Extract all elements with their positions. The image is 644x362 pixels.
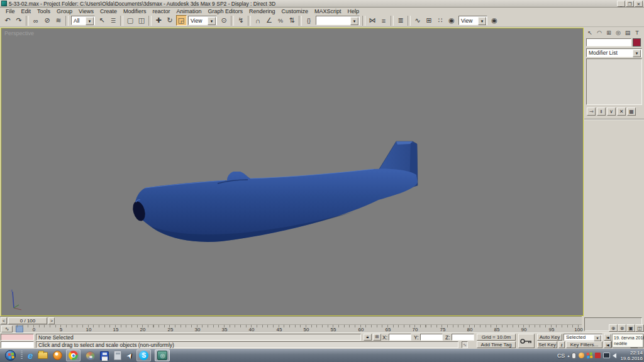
unlink-selection-icon[interactable]: ⊘ [42,15,53,26]
menu-help[interactable]: Help [345,8,363,14]
undo-icon[interactable]: ↶ [3,15,13,26]
render-view-dropdown[interactable]: View [458,16,487,25]
minimize-button[interactable]: _ [617,1,625,7]
menu-tools[interactable]: Tools [34,8,53,14]
layer-manager-icon[interactable]: ≣ [396,15,406,26]
make-unique-button[interactable]: ∨ [607,107,616,116]
menu-edit[interactable]: Edit [18,8,35,14]
mini-curve-editor-button[interactable]: ∿ [1,326,13,332]
select-and-move-icon[interactable]: ✚ [153,15,164,26]
media-player-icon[interactable] [53,349,62,361]
3dsmax-save-icon[interactable] [100,349,109,361]
maxscript-listener-pink[interactable] [1,334,34,341]
perspective-viewport[interactable]: Perspective [1,28,584,316]
mouse-tray-icon[interactable] [572,353,576,359]
tab-motion[interactable]: ◎ [614,28,623,37]
reference-coordinate-dropdown[interactable]: View [188,16,217,25]
zoom-all-icon[interactable]: ⊗ [618,324,626,332]
select-and-rotate-icon[interactable]: ↻ [165,15,175,26]
render-setup-icon[interactable]: ◉ [447,15,457,26]
spinner-snap-icon[interactable]: ⇅ [287,15,297,26]
window-crossing-icon[interactable]: ◫ [136,15,147,26]
skype-icon[interactable]: S [136,349,151,361]
object-color-swatch[interactable] [633,38,641,47]
menu-file[interactable]: File [3,8,18,14]
y-coordinate-field[interactable] [420,334,443,341]
explorer-icon[interactable] [38,349,48,361]
select-by-name-icon[interactable]: ☰ [108,15,119,26]
menu-views[interactable]: Views [75,8,97,14]
close-button[interactable]: ✕ [635,1,643,7]
tab-create[interactable]: ↖ [586,28,594,37]
menu-graph-editors[interactable]: Graph Editors [205,8,247,14]
align-icon[interactable]: ≡ [379,15,389,26]
selection-filter-dropdown[interactable]: All [71,16,95,25]
select-cursor-icon[interactable]: ➤ [126,349,133,361]
menu-customize[interactable]: Customize [279,8,312,14]
start-button[interactable] [5,349,16,361]
menu-modifiers[interactable]: Modifiers [120,8,150,14]
modifier-stack-list[interactable] [586,58,642,105]
maxscript-listener-white[interactable] [1,341,34,348]
tab-display[interactable]: ▤ [623,28,632,37]
language-indicator[interactable]: CS [557,353,565,359]
new-key-icon[interactable]: ⚷︎ [558,341,565,348]
selection-lock-toggle[interactable]: 🔒︎ [364,334,372,341]
bind-to-space-warp-icon[interactable]: ≋ [53,15,64,26]
go-to-start-button[interactable]: |◀ [604,334,611,341]
key-mode-dropdown[interactable]: Selected [564,334,602,341]
object-name-field[interactable] [586,38,631,47]
select-object-icon[interactable]: ↖ [97,15,108,26]
track-bar[interactable]: ∿ 05101520253035404550556065707580859095… [0,324,582,332]
hidden-icons-button[interactable]: ▴ [567,353,569,358]
chrome-icon[interactable] [66,349,80,361]
modifier-list-dropdown[interactable]: Modifier List [586,48,642,57]
airplane-model[interactable] [1,28,583,315]
status-misc-icon[interactable]: ∿ [462,341,468,348]
time-slider-prev-button[interactable]: < [1,317,7,324]
mirror-icon[interactable]: ⋈ [367,15,378,26]
time-slider[interactable]: < 0 / 100 > [0,316,582,324]
key-filters-button[interactable]: Key Filters... [566,341,602,348]
x-coordinate-field[interactable] [389,334,411,341]
select-and-scale-icon[interactable]: ◲ [176,15,187,26]
internet-explorer-icon[interactable]: e [28,349,33,361]
set-key-button[interactable]: Set Key [537,341,557,348]
menu-animation[interactable]: Animation [173,8,204,14]
time-slider-handle[interactable]: 0 / 100 [8,317,47,324]
select-and-manipulate-icon[interactable]: ↯ [236,15,247,26]
show-end-result-button[interactable]: ‖ [597,107,606,116]
use-pivot-center-icon[interactable]: ⊙ [219,15,230,26]
snap-toggle-icon[interactable]: ∩ [253,15,264,26]
z-coordinate-field[interactable] [452,334,474,341]
configure-modifier-sets-button[interactable]: ▦ [627,107,636,116]
auto-key-button[interactable]: Auto Key [537,334,562,341]
angle-snap-icon[interactable]: ∠ [264,15,275,26]
key-mode-toggle-button[interactable]: |◀ [604,341,611,348]
zoom-extents-icon[interactable]: ▣ [626,324,635,332]
zoom-icon[interactable]: ⊕ [609,324,618,332]
selection-region-icon[interactable]: ▢ [125,15,136,26]
redo-icon[interactable]: ↷ [14,15,25,26]
percent-snap-icon[interactable]: % [275,15,286,26]
remove-modifier-button[interactable]: ✕ [617,107,626,116]
action-center-icon[interactable] [587,353,593,359]
add-time-tag-button[interactable]: Add Time Tag [477,341,516,348]
network-tray-icon[interactable] [603,353,610,358]
zoom-extents-all-icon[interactable]: ◫ [635,324,644,332]
menu-maxscript[interactable]: MAXScript [311,8,345,14]
tray-clock[interactable]: 22:14 19.6.2016 [620,350,643,361]
absolute-offset-toggle[interactable]: ⊞ [373,334,381,341]
paint-icon[interactable] [86,349,95,361]
tab-hierarchy[interactable]: ⊞ [604,28,613,37]
menu-reactor[interactable]: reactor [149,8,173,14]
menu-create[interactable]: Create [97,8,120,14]
menu-group[interactable]: Group [53,8,75,14]
tab-utilities[interactable]: T [633,28,641,37]
maximize-button[interactable]: ❐ [626,1,634,7]
calculator-icon[interactable] [114,349,121,361]
named-selection-icon[interactable]: {} [304,15,314,26]
quick-render-icon[interactable]: ◉ [489,15,500,26]
set-keys-button[interactable] [518,334,535,348]
update-tray-icon[interactable] [579,353,584,358]
